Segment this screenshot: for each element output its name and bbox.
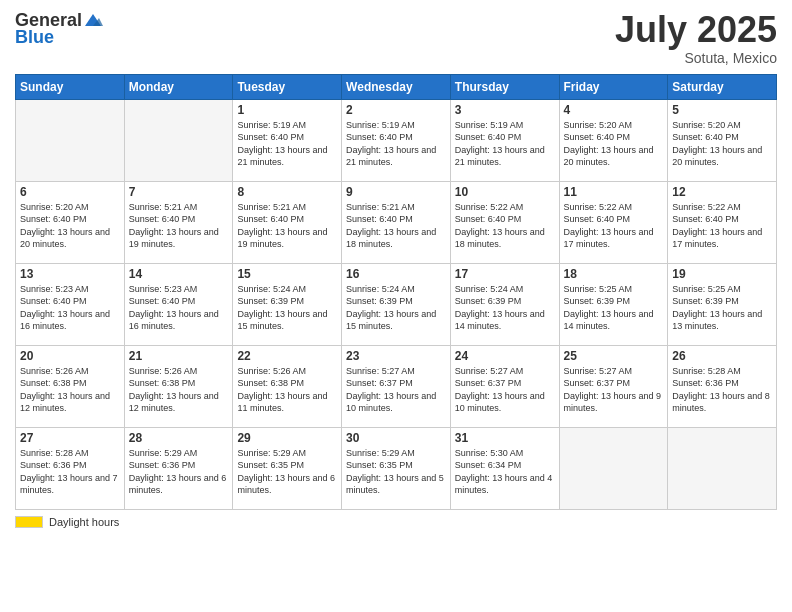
day-number: 31 — [455, 431, 555, 445]
table-row: 7Sunrise: 5:21 AM Sunset: 6:40 PM Daylig… — [124, 181, 233, 263]
day-info: Sunrise: 5:25 AM Sunset: 6:39 PM Dayligh… — [564, 283, 664, 333]
day-info: Sunrise: 5:21 AM Sunset: 6:40 PM Dayligh… — [346, 201, 446, 251]
calendar-week-1: 6Sunrise: 5:20 AM Sunset: 6:40 PM Daylig… — [16, 181, 777, 263]
day-number: 25 — [564, 349, 664, 363]
day-number: 14 — [129, 267, 229, 281]
table-row: 10Sunrise: 5:22 AM Sunset: 6:40 PM Dayli… — [450, 181, 559, 263]
day-info: Sunrise: 5:19 AM Sunset: 6:40 PM Dayligh… — [237, 119, 337, 169]
day-number: 18 — [564, 267, 664, 281]
daylight-label: Daylight hours — [49, 516, 119, 528]
weekday-header-row: Sunday Monday Tuesday Wednesday Thursday… — [16, 74, 777, 99]
table-row: 3Sunrise: 5:19 AM Sunset: 6:40 PM Daylig… — [450, 99, 559, 181]
day-info: Sunrise: 5:21 AM Sunset: 6:40 PM Dayligh… — [237, 201, 337, 251]
table-row: 17Sunrise: 5:24 AM Sunset: 6:39 PM Dayli… — [450, 263, 559, 345]
table-row: 20Sunrise: 5:26 AM Sunset: 6:38 PM Dayli… — [16, 345, 125, 427]
day-info: Sunrise: 5:20 AM Sunset: 6:40 PM Dayligh… — [564, 119, 664, 169]
day-number: 15 — [237, 267, 337, 281]
day-info: Sunrise: 5:29 AM Sunset: 6:35 PM Dayligh… — [346, 447, 446, 497]
calendar-week-4: 27Sunrise: 5:28 AM Sunset: 6:36 PM Dayli… — [16, 427, 777, 509]
day-info: Sunrise: 5:20 AM Sunset: 6:40 PM Dayligh… — [672, 119, 772, 169]
day-info: Sunrise: 5:30 AM Sunset: 6:34 PM Dayligh… — [455, 447, 555, 497]
table-row — [16, 99, 125, 181]
calendar-week-0: 1Sunrise: 5:19 AM Sunset: 6:40 PM Daylig… — [16, 99, 777, 181]
table-row: 27Sunrise: 5:28 AM Sunset: 6:36 PM Dayli… — [16, 427, 125, 509]
day-number: 7 — [129, 185, 229, 199]
day-info: Sunrise: 5:27 AM Sunset: 6:37 PM Dayligh… — [564, 365, 664, 415]
day-info: Sunrise: 5:26 AM Sunset: 6:38 PM Dayligh… — [129, 365, 229, 415]
day-info: Sunrise: 5:26 AM Sunset: 6:38 PM Dayligh… — [20, 365, 120, 415]
day-info: Sunrise: 5:24 AM Sunset: 6:39 PM Dayligh… — [346, 283, 446, 333]
table-row: 28Sunrise: 5:29 AM Sunset: 6:36 PM Dayli… — [124, 427, 233, 509]
day-info: Sunrise: 5:29 AM Sunset: 6:36 PM Dayligh… — [129, 447, 229, 497]
month-title: July 2025 — [615, 10, 777, 50]
table-row: 12Sunrise: 5:22 AM Sunset: 6:40 PM Dayli… — [668, 181, 777, 263]
day-info: Sunrise: 5:24 AM Sunset: 6:39 PM Dayligh… — [237, 283, 337, 333]
day-info: Sunrise: 5:23 AM Sunset: 6:40 PM Dayligh… — [20, 283, 120, 333]
day-info: Sunrise: 5:19 AM Sunset: 6:40 PM Dayligh… — [455, 119, 555, 169]
table-row: 13Sunrise: 5:23 AM Sunset: 6:40 PM Dayli… — [16, 263, 125, 345]
table-row: 9Sunrise: 5:21 AM Sunset: 6:40 PM Daylig… — [342, 181, 451, 263]
table-row: 22Sunrise: 5:26 AM Sunset: 6:38 PM Dayli… — [233, 345, 342, 427]
logo-icon — [83, 10, 103, 30]
day-number: 8 — [237, 185, 337, 199]
table-row: 31Sunrise: 5:30 AM Sunset: 6:34 PM Dayli… — [450, 427, 559, 509]
day-number: 20 — [20, 349, 120, 363]
day-info: Sunrise: 5:27 AM Sunset: 6:37 PM Dayligh… — [455, 365, 555, 415]
table-row: 26Sunrise: 5:28 AM Sunset: 6:36 PM Dayli… — [668, 345, 777, 427]
day-number: 2 — [346, 103, 446, 117]
day-info: Sunrise: 5:22 AM Sunset: 6:40 PM Dayligh… — [564, 201, 664, 251]
day-number: 26 — [672, 349, 772, 363]
day-info: Sunrise: 5:24 AM Sunset: 6:39 PM Dayligh… — [455, 283, 555, 333]
day-number: 24 — [455, 349, 555, 363]
title-block: July 2025 Sotuta, Mexico — [615, 10, 777, 66]
table-row: 19Sunrise: 5:25 AM Sunset: 6:39 PM Dayli… — [668, 263, 777, 345]
table-row: 21Sunrise: 5:26 AM Sunset: 6:38 PM Dayli… — [124, 345, 233, 427]
day-number: 9 — [346, 185, 446, 199]
day-info: Sunrise: 5:25 AM Sunset: 6:39 PM Dayligh… — [672, 283, 772, 333]
table-row — [668, 427, 777, 509]
table-row: 23Sunrise: 5:27 AM Sunset: 6:37 PM Dayli… — [342, 345, 451, 427]
header-saturday: Saturday — [668, 74, 777, 99]
calendar-week-2: 13Sunrise: 5:23 AM Sunset: 6:40 PM Dayli… — [16, 263, 777, 345]
subtitle: Sotuta, Mexico — [615, 50, 777, 66]
day-number: 5 — [672, 103, 772, 117]
header: General Blue July 2025 Sotuta, Mexico — [15, 10, 777, 66]
table-row: 6Sunrise: 5:20 AM Sunset: 6:40 PM Daylig… — [16, 181, 125, 263]
day-info: Sunrise: 5:22 AM Sunset: 6:40 PM Dayligh… — [455, 201, 555, 251]
table-row: 18Sunrise: 5:25 AM Sunset: 6:39 PM Dayli… — [559, 263, 668, 345]
day-number: 10 — [455, 185, 555, 199]
table-row: 16Sunrise: 5:24 AM Sunset: 6:39 PM Dayli… — [342, 263, 451, 345]
logo: General Blue — [15, 10, 103, 48]
day-number: 29 — [237, 431, 337, 445]
table-row: 5Sunrise: 5:20 AM Sunset: 6:40 PM Daylig… — [668, 99, 777, 181]
table-row: 14Sunrise: 5:23 AM Sunset: 6:40 PM Dayli… — [124, 263, 233, 345]
logo-blue-text: Blue — [15, 27, 54, 48]
table-row: 25Sunrise: 5:27 AM Sunset: 6:37 PM Dayli… — [559, 345, 668, 427]
footer: Daylight hours — [15, 516, 777, 528]
table-row — [124, 99, 233, 181]
day-number: 27 — [20, 431, 120, 445]
table-row: 11Sunrise: 5:22 AM Sunset: 6:40 PM Dayli… — [559, 181, 668, 263]
day-info: Sunrise: 5:26 AM Sunset: 6:38 PM Dayligh… — [237, 365, 337, 415]
day-number: 28 — [129, 431, 229, 445]
table-row: 29Sunrise: 5:29 AM Sunset: 6:35 PM Dayli… — [233, 427, 342, 509]
day-number: 6 — [20, 185, 120, 199]
calendar: Sunday Monday Tuesday Wednesday Thursday… — [15, 74, 777, 510]
header-wednesday: Wednesday — [342, 74, 451, 99]
day-info: Sunrise: 5:28 AM Sunset: 6:36 PM Dayligh… — [20, 447, 120, 497]
day-number: 17 — [455, 267, 555, 281]
header-thursday: Thursday — [450, 74, 559, 99]
table-row: 24Sunrise: 5:27 AM Sunset: 6:37 PM Dayli… — [450, 345, 559, 427]
day-info: Sunrise: 5:20 AM Sunset: 6:40 PM Dayligh… — [20, 201, 120, 251]
header-sunday: Sunday — [16, 74, 125, 99]
day-number: 22 — [237, 349, 337, 363]
table-row: 8Sunrise: 5:21 AM Sunset: 6:40 PM Daylig… — [233, 181, 342, 263]
day-info: Sunrise: 5:23 AM Sunset: 6:40 PM Dayligh… — [129, 283, 229, 333]
day-number: 13 — [20, 267, 120, 281]
day-number: 1 — [237, 103, 337, 117]
daylight-swatch — [15, 516, 43, 528]
header-tuesday: Tuesday — [233, 74, 342, 99]
table-row — [559, 427, 668, 509]
page: General Blue July 2025 Sotuta, Mexico Su… — [0, 0, 792, 612]
day-info: Sunrise: 5:27 AM Sunset: 6:37 PM Dayligh… — [346, 365, 446, 415]
